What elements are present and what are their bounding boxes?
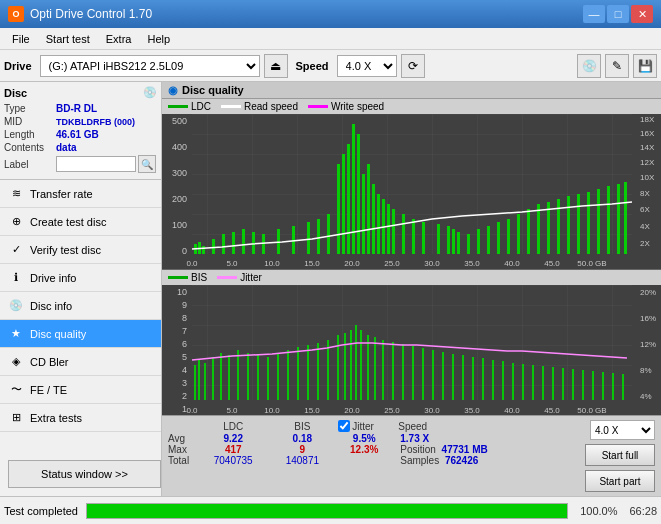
- drive-select[interactable]: (G:) ATAPI iHBS212 2.5L09: [40, 55, 260, 77]
- ldc-legend-color: [168, 105, 188, 108]
- avg-label: Avg: [168, 433, 196, 444]
- cd-bler-icon: ◈: [8, 354, 24, 370]
- nav-verify-test-disc[interactable]: ✓ Verify test disc: [0, 236, 161, 264]
- svg-rect-31: [212, 239, 215, 254]
- jitter-legend-color: [217, 276, 237, 279]
- start-part-button[interactable]: Start part: [585, 470, 655, 492]
- write-button[interactable]: ✎: [605, 54, 629, 78]
- window-controls: — □ ✕: [583, 5, 653, 23]
- status-window-button[interactable]: Status window >>: [8, 460, 161, 488]
- svg-rect-55: [412, 219, 415, 254]
- disc-contents-row: Contents data: [4, 142, 157, 153]
- close-button[interactable]: ✕: [631, 5, 653, 23]
- extra-tests-icon: ⊞: [8, 410, 24, 426]
- bottom-chart-legend: BIS Jitter: [162, 270, 661, 285]
- drive-label: Drive: [4, 60, 32, 72]
- svg-rect-123: [344, 333, 346, 400]
- samples-label: Samples: [400, 455, 439, 466]
- svg-text:7: 7: [182, 326, 187, 336]
- window-title: Opti Drive Control 1.70: [30, 7, 152, 21]
- svg-rect-146: [552, 367, 554, 400]
- jitter-checkbox-label[interactable]: Jitter: [338, 420, 390, 432]
- ldc-legend-label: LDC: [191, 101, 211, 112]
- app-icon: O: [8, 6, 24, 22]
- nav-transfer-rate[interactable]: ≋ Transfer rate: [0, 180, 161, 208]
- svg-text:16X: 16X: [640, 129, 655, 138]
- both-charts: LDC Read speed Write speed: [162, 99, 661, 415]
- menu-help[interactable]: Help: [139, 31, 178, 47]
- jitter-legend: Jitter: [217, 272, 262, 283]
- nav-extra-tests[interactable]: ⊞ Extra tests: [0, 404, 161, 432]
- nav-drive-info-label: Drive info: [30, 272, 76, 284]
- svg-rect-113: [247, 353, 249, 400]
- speed-select-stats[interactable]: 4.0 X: [590, 420, 655, 440]
- svg-text:4: 4: [182, 365, 187, 375]
- top-chart-svg: 500 400 300 200 100 0 18X 16X 14X 12X 10…: [162, 114, 661, 269]
- nav-disc-info-label: Disc info: [30, 300, 72, 312]
- nav-disc-info[interactable]: 💿 Disc info: [0, 292, 161, 320]
- jitter-checkbox[interactable]: [338, 420, 350, 432]
- bis-legend: BIS: [168, 272, 207, 283]
- svg-rect-147: [562, 368, 564, 400]
- svg-rect-137: [462, 355, 464, 400]
- save-button[interactable]: 💾: [633, 54, 657, 78]
- speed-header-label: Speed: [398, 421, 427, 432]
- svg-rect-129: [382, 340, 384, 400]
- disc-type-row: Type BD-R DL: [4, 103, 157, 114]
- svg-rect-45: [352, 124, 355, 254]
- avg-bis: 0.18: [270, 433, 334, 444]
- disc-label-button[interactable]: 🔍: [138, 155, 156, 173]
- disc-contents-value: data: [56, 142, 77, 153]
- nav-disc-quality[interactable]: ★ Disc quality: [0, 320, 161, 348]
- svg-text:9: 9: [182, 300, 187, 310]
- eject-button[interactable]: ⏏: [264, 54, 288, 78]
- nav-verify-test-disc-label: Verify test disc: [30, 244, 101, 256]
- refresh-button[interactable]: ⟳: [401, 54, 425, 78]
- nav-create-test-disc[interactable]: ⊕ Create test disc: [0, 208, 161, 236]
- svg-rect-52: [387, 204, 390, 254]
- svg-text:10: 10: [177, 287, 187, 297]
- svg-rect-131: [402, 344, 404, 400]
- menu-file[interactable]: File: [4, 31, 38, 47]
- svg-text:5.0: 5.0: [226, 259, 238, 268]
- start-full-button[interactable]: Start full: [585, 444, 655, 466]
- svg-text:45.0: 45.0: [544, 259, 560, 268]
- minimize-button[interactable]: —: [583, 5, 605, 23]
- nav-cd-bler[interactable]: ◈ CD Bler: [0, 348, 161, 376]
- disc-mid-value: TDKBLDRFB (000): [56, 117, 135, 127]
- svg-rect-48: [367, 164, 370, 254]
- svg-rect-40: [317, 219, 320, 254]
- title-bar-left: O Opti Drive Control 1.70: [8, 6, 152, 22]
- svg-rect-120: [317, 343, 319, 400]
- disc-label-input[interactable]: [56, 156, 136, 172]
- bottom-chart-container: BIS Jitter 10 9: [162, 270, 661, 415]
- svg-text:10X: 10X: [640, 173, 655, 182]
- top-chart-container: LDC Read speed Write speed: [162, 99, 661, 270]
- jitter-legend-label: Jitter: [240, 272, 262, 283]
- nav-drive-info[interactable]: ℹ Drive info: [0, 264, 161, 292]
- svg-rect-119: [307, 345, 309, 400]
- svg-rect-106: [194, 365, 196, 400]
- disc-button[interactable]: 💿: [577, 54, 601, 78]
- svg-rect-117: [287, 350, 289, 400]
- svg-text:12%: 12%: [640, 340, 656, 349]
- svg-rect-136: [452, 354, 454, 400]
- svg-text:100: 100: [172, 220, 187, 230]
- svg-text:500: 500: [172, 116, 187, 126]
- progress-bar: [86, 503, 568, 519]
- maximize-button[interactable]: □: [607, 5, 629, 23]
- svg-rect-73: [587, 192, 590, 254]
- svg-text:45.0: 45.0: [544, 406, 560, 415]
- max-label: Max: [168, 444, 196, 455]
- svg-rect-108: [204, 363, 206, 400]
- menu-extra[interactable]: Extra: [98, 31, 140, 47]
- svg-rect-49: [372, 184, 375, 254]
- menu-start-test[interactable]: Start test: [38, 31, 98, 47]
- stats-bar: LDC BIS Jitter Spe: [162, 415, 661, 496]
- svg-text:30.0: 30.0: [424, 259, 440, 268]
- speed-select[interactable]: 4.0 X: [337, 55, 397, 77]
- nav-fe-te[interactable]: 〜 FE / TE: [0, 376, 161, 404]
- speed-col-header: Speed: [394, 419, 573, 433]
- disc-title: Disc: [4, 87, 27, 99]
- read-speed-legend: Read speed: [221, 101, 298, 112]
